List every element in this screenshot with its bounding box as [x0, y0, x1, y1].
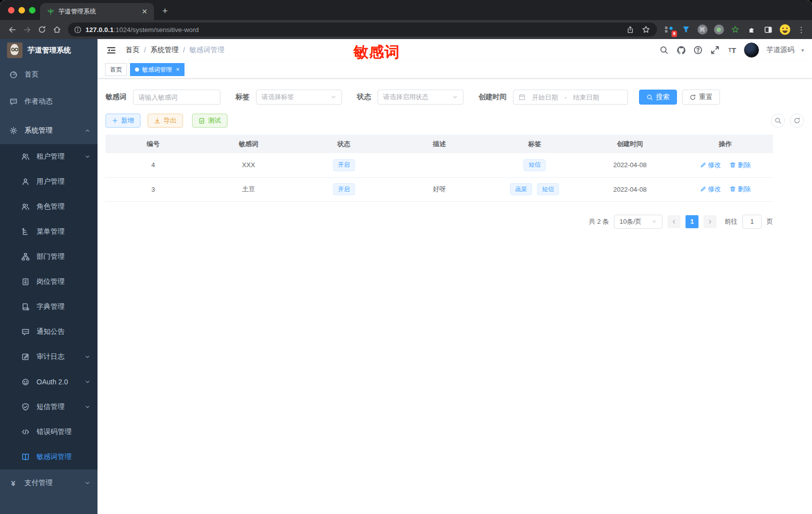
add-button[interactable]: 新增	[106, 114, 140, 128]
extension-green-star-icon[interactable]	[728, 23, 742, 37]
tab-close-icon[interactable]: ✕	[140, 7, 149, 16]
extension-recorder-icon[interactable]	[712, 23, 726, 37]
sidebar-item-errcode[interactable]: 错误码管理	[0, 419, 98, 444]
sidebar-item-sms[interactable]: 短信管理	[0, 394, 98, 419]
status-select[interactable]: 请选择启用状态	[378, 90, 464, 105]
next-page-button[interactable]	[704, 215, 716, 228]
sidebar-logo[interactable]: 芋道管理系统	[0, 39, 98, 61]
browser-menu-icon[interactable]: ⋮	[794, 23, 808, 37]
prev-page-button[interactable]	[668, 215, 680, 228]
help-icon[interactable]	[693, 45, 703, 55]
url-host: 127.0.0.1	[86, 26, 114, 34]
red-annotation-text: 敏感词	[354, 42, 400, 63]
date-end-input[interactable]	[570, 94, 602, 101]
edit-link[interactable]: 修改	[700, 185, 721, 194]
chevron-down-icon	[652, 219, 657, 224]
profile-emoji-icon[interactable]	[778, 23, 792, 37]
toggle-search-button[interactable]	[771, 114, 785, 128]
address-bar[interactable]: 127.0.0.1:1024/system/sensitive-word	[68, 23, 657, 37]
extension-funnel-icon[interactable]	[678, 23, 693, 37]
cell-created: 2022-04-08	[582, 177, 678, 201]
plus-icon	[112, 118, 118, 124]
breadcrumb-home[interactable]: 首页	[126, 46, 140, 55]
app-title: 芋道管理系统	[28, 46, 71, 55]
back-button[interactable]	[5, 23, 19, 37]
sidebar-item-role[interactable]: 角色管理	[0, 194, 98, 219]
reload-button[interactable]	[35, 23, 49, 37]
font-size-icon[interactable]: TT	[727, 45, 737, 55]
status-badge: 开启	[333, 183, 355, 195]
keyword-input[interactable]	[138, 94, 215, 101]
close-icon[interactable]: ×	[176, 66, 180, 73]
reset-button[interactable]: 重置	[682, 90, 720, 105]
col-actions: 操作	[678, 135, 773, 153]
tag-select[interactable]: 请选择标签	[256, 90, 342, 105]
browser-window: 芋道管理系统 ✕ + 127.0.0.1:1024/system/sensiti…	[0, 0, 812, 514]
chevron-down-icon[interactable]: ▾	[801, 47, 804, 54]
sidebar-item-sensitive-word[interactable]: 敏感词管理	[0, 444, 98, 469]
extension-puzzle-icon[interactable]	[744, 23, 759, 37]
github-icon[interactable]	[676, 45, 686, 55]
extension-command-icon[interactable]: ⌘	[695, 23, 710, 37]
table-toolbar: 新增 导出 测试	[106, 114, 804, 128]
total-count: 共 2 条	[589, 217, 609, 226]
chevron-down-icon	[84, 379, 90, 385]
robot-icon	[21, 378, 30, 386]
zoom-window-button[interactable]	[29, 7, 36, 14]
chevron-down-icon	[84, 154, 90, 160]
sidebar-item-menu[interactable]: 菜单管理	[0, 219, 98, 244]
date-start-input[interactable]	[530, 94, 560, 101]
sidebar-item-dept[interactable]: 部门管理	[0, 244, 98, 269]
sidebar-item-pay[interactable]: ¥ 支付管理	[0, 469, 98, 496]
home-button[interactable]	[50, 23, 64, 37]
collapse-sidebar-icon[interactable]	[106, 45, 116, 56]
extension-grid-icon[interactable]: 9	[662, 23, 676, 37]
date-range-picker[interactable]: -	[513, 90, 628, 105]
close-window-button[interactable]	[8, 7, 14, 14]
delete-link[interactable]: 删除	[730, 161, 750, 170]
extension-sidepanel-icon[interactable]	[761, 23, 776, 37]
fullscreen-icon[interactable]	[710, 45, 720, 55]
user-avatar[interactable]	[744, 43, 759, 58]
cell-status: 开启	[296, 153, 392, 177]
page-number-1[interactable]: 1	[686, 215, 698, 228]
browser-tab[interactable]: 芋道管理系统 ✕	[40, 3, 154, 20]
new-tab-button[interactable]: +	[158, 4, 172, 18]
refresh-table-button[interactable]	[790, 114, 804, 128]
sidebar-item-system[interactable]: 系统管理	[0, 117, 98, 144]
search-button[interactable]: 搜索	[639, 90, 677, 105]
delete-link[interactable]: 删除	[730, 185, 750, 194]
share-icon[interactable]	[624, 24, 636, 36]
sidebar-item-author-news[interactable]: 作者动态	[0, 88, 98, 115]
view-tab-home[interactable]: 首页	[105, 63, 127, 76]
export-button[interactable]: 导出	[148, 114, 183, 128]
sidebar-item-dict[interactable]: 字典管理	[0, 294, 98, 319]
yen-icon: ¥	[9, 479, 18, 487]
user-name[interactable]: 芋道源码	[766, 46, 794, 55]
page-size-select[interactable]: 10条/页	[614, 215, 662, 229]
chevron-down-icon	[84, 354, 90, 360]
sidebar-item-user[interactable]: 用户管理	[0, 169, 98, 194]
cell-actions: 修改 删除	[678, 153, 773, 177]
extension-icons: 9 ⌘ ⋮	[662, 23, 808, 37]
forward-button[interactable]	[20, 23, 34, 37]
sidebar-item-audit-log[interactable]: 审计日志	[0, 344, 98, 369]
breadcrumb-system[interactable]: 系统管理	[150, 46, 178, 55]
sidebar-item-oauth[interactable]: OAuth 2.0	[0, 369, 98, 394]
sidebar-item-home[interactable]: 首页	[0, 61, 98, 88]
view-tab-sensitive-word[interactable]: 敏感词管理 ×	[130, 63, 184, 76]
sidebar-item-post[interactable]: 岗位管理	[0, 269, 98, 294]
test-button[interactable]: 测试	[192, 114, 228, 128]
date-label: 创建时间	[478, 93, 506, 102]
search-icon	[646, 94, 653, 101]
search-icon[interactable]	[659, 45, 669, 55]
cell-tags: 蔬菜 短信	[487, 177, 582, 201]
goto-page-input[interactable]	[742, 215, 762, 229]
bookmark-star-icon[interactable]	[640, 24, 652, 36]
sidebar-item-notice[interactable]: 通知公告	[0, 319, 98, 344]
site-info-icon[interactable]	[74, 26, 82, 34]
breadcrumb-current: 敏感词管理	[190, 46, 224, 55]
minimize-window-button[interactable]	[18, 7, 25, 14]
edit-link[interactable]: 修改	[700, 161, 721, 170]
sidebar-item-tenant[interactable]: 租户管理	[0, 144, 98, 169]
